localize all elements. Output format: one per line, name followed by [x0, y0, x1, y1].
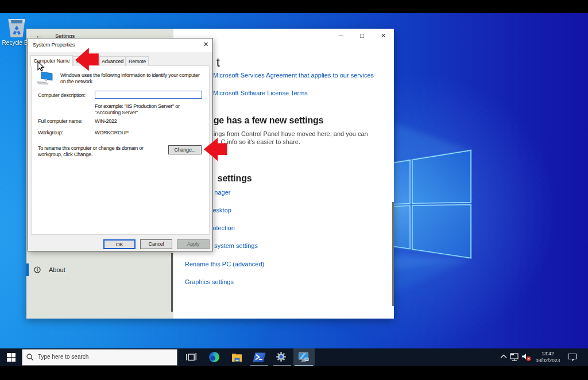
svg-text:08/02/2023: 08/02/2023 — [536, 358, 560, 363]
svg-text:13:42: 13:42 — [541, 351, 554, 356]
